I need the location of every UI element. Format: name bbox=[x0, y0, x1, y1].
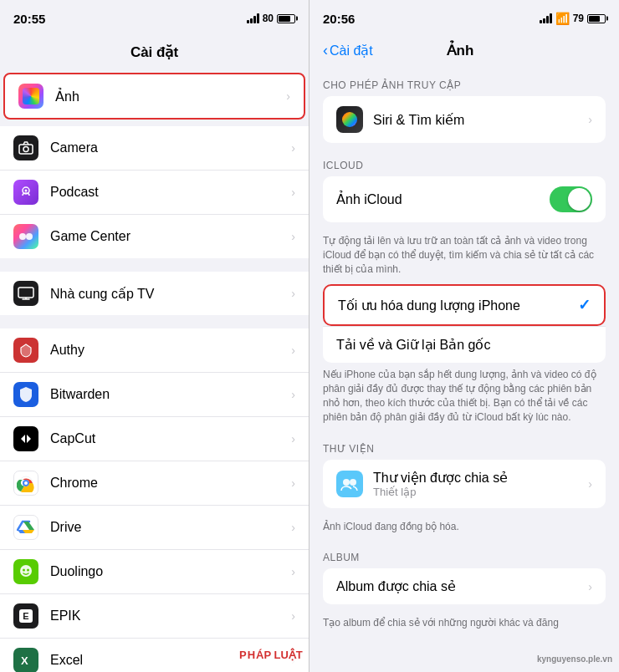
duolingo-icon bbox=[13, 559, 38, 584]
shared-album-chevron: › bbox=[588, 580, 592, 593]
duolingo-chevron: › bbox=[291, 565, 295, 578]
siri-item[interactable]: Siri & Tìm kiếm › bbox=[323, 96, 606, 143]
brand-name: PH bbox=[239, 649, 256, 661]
left-status-icons: 80 bbox=[247, 13, 295, 24]
svg-point-15 bbox=[27, 569, 29, 572]
library-card: Thư viện được chia sẻ Thiết lập › bbox=[323, 460, 606, 508]
section-header-icloud: ICLOUD bbox=[310, 150, 619, 176]
settings-item-camera[interactable]: Camera › bbox=[0, 126, 309, 171]
chrome-chevron: › bbox=[291, 476, 295, 490]
section-header-allow: CHO PHÉP ẢNH TRUY CẬP bbox=[310, 69, 619, 96]
bitwarden-icon bbox=[13, 382, 38, 407]
settings-item-chrome[interactable]: Chrome › bbox=[0, 461, 309, 506]
duolingo-label: Duolingo bbox=[50, 564, 291, 579]
icloud-options-group: Tối ưu hóa dung lượng iPhone ✓ Tải về và… bbox=[323, 284, 606, 363]
podcast-icon bbox=[13, 180, 38, 205]
shared-library-label: Thư viện được chia sẻ bbox=[373, 470, 588, 486]
authy-chevron: › bbox=[291, 344, 295, 357]
gamecenter-chevron: › bbox=[291, 230, 295, 243]
shared-library-sub: Thiết lập bbox=[373, 486, 588, 498]
optimize-item[interactable]: Tối ưu hóa dung lượng iPhone ✓ bbox=[325, 286, 604, 324]
svg-point-5 bbox=[26, 233, 33, 240]
siri-label: Siri & Tìm kiếm bbox=[373, 112, 588, 128]
shared-library-item[interactable]: Thư viện được chia sẻ Thiết lập › bbox=[323, 460, 606, 508]
icloud-card: Ảnh iCloud bbox=[323, 176, 606, 222]
left-status-bar: 20:55 80 bbox=[0, 0, 309, 37]
brand-name-4: Ậ bbox=[289, 649, 296, 661]
watermark: kynguyenso.ple.vn bbox=[537, 654, 612, 664]
back-chevron-icon: ‹ bbox=[323, 42, 328, 59]
icloud-description: Tự động tải lên và lưu trữ an toàn tất c… bbox=[310, 229, 619, 284]
gamecenter-label: Game Center bbox=[50, 229, 291, 244]
section-header-library: THƯ VIỆN bbox=[310, 433, 619, 460]
album-description: Tạo album để chia sẻ với những người khá… bbox=[310, 611, 619, 639]
settings-item-podcast[interactable]: Podcast › bbox=[0, 171, 309, 215]
chrome-label: Chrome bbox=[50, 476, 291, 491]
podcast-chevron: › bbox=[291, 186, 295, 199]
settings-item-tvprovider[interactable]: Nhà cung cấp TV › bbox=[0, 272, 309, 315]
settings-item-photos[interactable]: Ảnh › bbox=[3, 73, 305, 120]
chrome-icon bbox=[13, 471, 38, 496]
left-time: 20:55 bbox=[13, 12, 45, 26]
left-nav-title: Cài đặt bbox=[0, 37, 309, 71]
settings-group-3: Authy › Bitwarden › CapCut › bbox=[0, 328, 309, 672]
right-battery-icon bbox=[587, 14, 606, 23]
camera-label: Camera bbox=[50, 140, 291, 155]
album-card: Album được chia sẻ › bbox=[323, 568, 606, 604]
allow-access-card: Siri & Tìm kiếm › bbox=[323, 96, 606, 143]
signal-icon bbox=[247, 13, 259, 23]
right-nav: ‹ Cài đặt Ảnh bbox=[310, 37, 619, 69]
back-button[interactable]: ‹ Cài đặt bbox=[323, 42, 373, 59]
drive-icon bbox=[13, 515, 38, 540]
brand-overlay: PHÁP LUẬT bbox=[234, 645, 308, 664]
download-label: Tải về và Giữ lại Bản gốc bbox=[336, 337, 592, 353]
settings-item-bitwarden[interactable]: Bitwarden › bbox=[0, 373, 309, 417]
svg-point-20 bbox=[343, 479, 350, 486]
right-time: 20:56 bbox=[323, 12, 355, 26]
bitwarden-label: Bitwarden bbox=[50, 387, 291, 402]
drive-chevron: › bbox=[291, 521, 295, 534]
svg-text:E: E bbox=[23, 611, 28, 621]
settings-item-authy[interactable]: Authy › bbox=[0, 328, 309, 373]
brand-name-5: T bbox=[296, 649, 303, 661]
capcut-label: CapCut bbox=[50, 431, 291, 446]
right-wifi-icon: 📶 bbox=[555, 12, 570, 25]
svg-point-4 bbox=[19, 233, 26, 240]
authy-label: Authy bbox=[50, 343, 291, 358]
settings-item-epik[interactable]: E EPIK › bbox=[0, 594, 309, 639]
right-status-icons: 📶 79 bbox=[540, 12, 606, 25]
section-header-album: ALBUM bbox=[310, 542, 619, 568]
icloud-toggle[interactable] bbox=[550, 186, 592, 212]
shared-library-icon bbox=[336, 471, 363, 497]
right-page-title: Ảnh bbox=[447, 42, 474, 59]
icloud-photos-toggle-item[interactable]: Ảnh iCloud bbox=[323, 176, 606, 222]
siri-icon bbox=[336, 106, 363, 133]
settings-item-gamecenter[interactable]: Game Center › bbox=[0, 215, 309, 258]
checkmark-icon: ✓ bbox=[578, 296, 591, 314]
download-item[interactable]: Tải về và Giữ lại Bản gốc bbox=[323, 327, 606, 363]
tvprovider-chevron: › bbox=[291, 287, 295, 300]
svg-rect-6 bbox=[18, 288, 33, 298]
tvprovider-label: Nhà cung cấp TV bbox=[50, 286, 291, 302]
download-option: Tải về và Giữ lại Bản gốc bbox=[323, 327, 606, 363]
bitwarden-chevron: › bbox=[291, 388, 295, 401]
drive-label: Drive bbox=[50, 520, 291, 535]
svg-point-12 bbox=[24, 481, 28, 485]
shared-album-label: Album được chia sẻ bbox=[336, 578, 588, 594]
capcut-icon bbox=[13, 426, 38, 451]
shared-library-text: Thư viện được chia sẻ Thiết lập bbox=[373, 470, 588, 498]
left-panel: 20:55 80 Cài đặt Ảnh › bbox=[0, 0, 310, 672]
excel-icon: X bbox=[13, 648, 38, 672]
shared-library-chevron: › bbox=[588, 477, 592, 491]
photos-label: Ảnh bbox=[55, 89, 286, 104]
right-panel: 20:56 📶 79 ‹ Cài đặt Ảnh CHO PHÉP ẢNH TR… bbox=[310, 0, 619, 672]
tvprovider-icon bbox=[13, 281, 38, 306]
settings-item-duolingo[interactable]: Duolingo › bbox=[0, 550, 309, 594]
settings-item-drive[interactable]: Drive › bbox=[0, 506, 309, 550]
photos-chevron: › bbox=[286, 89, 290, 103]
settings-item-capcut[interactable]: CapCut › bbox=[0, 417, 309, 461]
svg-rect-0 bbox=[19, 145, 33, 154]
shared-album-item[interactable]: Album được chia sẻ › bbox=[323, 568, 606, 604]
capcut-chevron: › bbox=[291, 432, 295, 445]
podcast-label: Podcast bbox=[50, 185, 291, 200]
